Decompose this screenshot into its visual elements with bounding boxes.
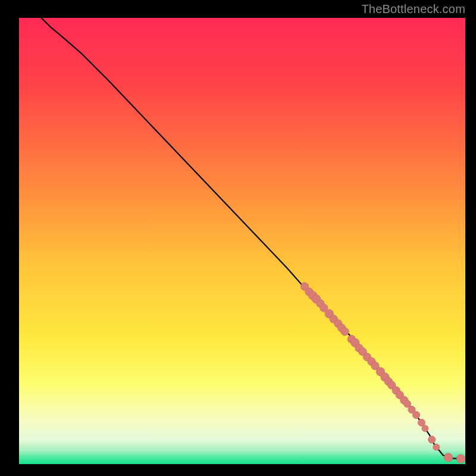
data-point [422, 425, 428, 431]
plot-area [19, 18, 465, 464]
attribution-label: TheBottleneck.com [361, 2, 465, 16]
data-point [433, 444, 440, 450]
data-point [428, 436, 436, 443]
data-point [412, 411, 419, 418]
data-point [456, 455, 465, 464]
data-point [444, 453, 453, 462]
bottleneck-chart [19, 18, 465, 464]
data-point [341, 328, 349, 336]
chart-frame: TheBottleneck.com [0, 0, 476, 476]
